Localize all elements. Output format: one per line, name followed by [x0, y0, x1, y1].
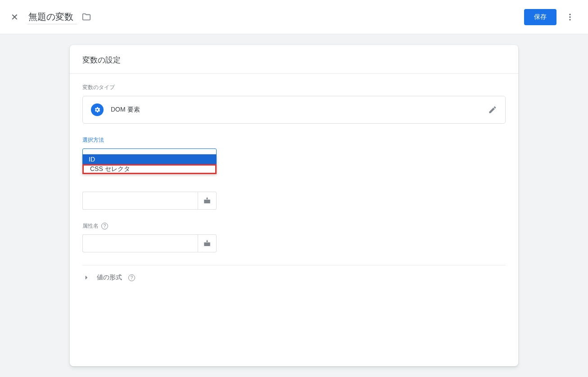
divider: [82, 265, 506, 265]
value-format-toggle[interactable]: 値の形式 ?: [82, 272, 506, 283]
svg-point-1: [569, 16, 570, 18]
variable-type-name: DOM 要素: [111, 106, 488, 114]
attribute-field-group: 属性名 ?: [82, 222, 506, 252]
selection-method-dropdown: ID CSS セレクタ: [82, 154, 217, 174]
header-bar: ✕ 保存: [0, 0, 588, 34]
close-icon[interactable]: ✕: [11, 12, 18, 22]
svg-rect-7: [207, 241, 208, 242]
attribute-variable-button[interactable]: [198, 234, 217, 252]
svg-point-2: [569, 19, 570, 20]
variable-title-input[interactable]: [27, 10, 77, 24]
svg-rect-3: [204, 200, 210, 203]
save-button[interactable]: 保存: [524, 9, 556, 25]
variable-type-selector[interactable]: DOM 要素: [82, 96, 506, 124]
folder-icon[interactable]: [81, 12, 91, 22]
value-format-label: 値の形式: [97, 274, 122, 282]
attribute-name-input[interactable]: [82, 234, 198, 252]
page-background: 変数の設定 変数のタイプ DOM 要素 選択方法 ID ▼ ID: [0, 34, 588, 377]
svg-rect-8: [207, 240, 208, 241]
gear-icon: [91, 103, 104, 116]
dropdown-option-css-selector[interactable]: CSS セレクタ: [82, 164, 217, 174]
svg-rect-4: [207, 198, 208, 199]
selection-method-label: 選択方法: [82, 136, 506, 144]
variable-type-label: 変数のタイプ: [82, 84, 506, 91]
attribute-name-label: 属性名 ?: [82, 222, 506, 230]
element-id-variable-button[interactable]: [198, 192, 217, 210]
svg-point-0: [569, 13, 570, 15]
chevron-right-icon: [82, 274, 90, 282]
card-title: 変数の設定: [70, 45, 518, 74]
dropdown-option-id[interactable]: ID: [82, 154, 217, 164]
help-icon[interactable]: ?: [128, 274, 135, 281]
svg-rect-5: [207, 197, 208, 198]
pencil-icon[interactable]: [488, 105, 497, 114]
svg-rect-6: [204, 242, 210, 246]
selection-method-field: 選択方法 ID ▼ ID CSS セレクタ: [82, 136, 506, 166]
variable-config-card: 変数の設定 変数のタイプ DOM 要素 選択方法 ID ▼ ID: [70, 45, 518, 366]
help-icon[interactable]: ?: [101, 223, 108, 229]
id-field-group: [82, 192, 506, 210]
element-id-input[interactable]: [82, 192, 198, 210]
more-menu-icon[interactable]: [563, 10, 577, 24]
